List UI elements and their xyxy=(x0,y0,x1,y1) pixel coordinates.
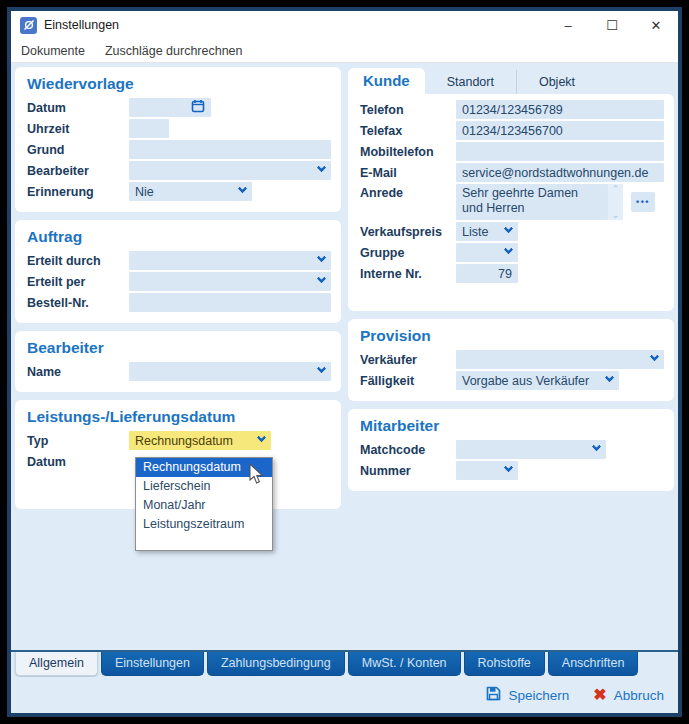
telefax-input[interactable]: 01234/123456700 xyxy=(456,121,664,140)
cancel-button[interactable]: ✖ Abbruch xyxy=(593,687,664,703)
grund-input[interactable] xyxy=(129,140,331,159)
section-leistungsdatum: Leistungs-/Lieferungsdatum Typ Rechnungs… xyxy=(15,400,341,509)
chevron-down-icon[interactable] xyxy=(504,224,514,234)
verkaeufer-label: Verkäufer xyxy=(360,353,456,367)
dropdown-option-monat-jahr[interactable]: Monat/Jahr xyxy=(136,496,272,515)
section-title: Leistungs-/Lieferungsdatum xyxy=(27,408,331,426)
section-provision: Provision Verkäufer Fälligkeit Vorgabe a… xyxy=(348,319,674,401)
chevron-down-icon[interactable] xyxy=(317,274,327,284)
left-column: Wiedervorlage Datum xyxy=(15,67,341,509)
interne-nr-label: Interne Nr. xyxy=(360,267,456,281)
cancel-x-icon: ✖ xyxy=(593,687,606,703)
app-logo-icon xyxy=(20,17,37,34)
bottom-tab-bar: Allgemein Einstellungen Zahlungsbedingun… xyxy=(11,650,678,677)
telefon-label: Telefon xyxy=(360,103,456,117)
save-icon xyxy=(485,685,502,705)
typ-dropdown-list: Rechnungsdatum Lieferschein Monat/Jahr L… xyxy=(135,457,273,551)
anrede-more-button[interactable]: ••• xyxy=(631,192,655,212)
chevron-down-icon[interactable] xyxy=(317,163,327,173)
section-kunde: Kunde Standort Objekt Telefon 01234/1234… xyxy=(348,67,674,311)
tab-einstellungen[interactable]: Einstellungen xyxy=(101,652,204,676)
maximize-button[interactable]: ☐ xyxy=(590,11,634,39)
name-label: Name xyxy=(27,365,129,379)
telefon-input[interactable]: 01234/123456789 xyxy=(456,100,664,119)
erinnerung-label: Erinnerung xyxy=(27,185,129,199)
minimize-button[interactable]: – xyxy=(546,11,590,39)
settings-dialog: Einstellungen – ☐ ✕ Dokumente Zuschläge … xyxy=(7,7,682,717)
section-title: Auftrag xyxy=(27,228,331,246)
section-title: Wiedervorlage xyxy=(27,75,331,93)
email-label: E-Mail xyxy=(360,166,456,180)
typ-label: Typ xyxy=(27,434,129,448)
verkaufspreis-dropdown[interactable]: Liste xyxy=(456,222,518,241)
tab-allgemein[interactable]: Allgemein xyxy=(15,652,98,676)
gruppe-label: Gruppe xyxy=(360,246,456,260)
verkaeufer-dropdown[interactable] xyxy=(456,350,664,369)
right-column: Kunde Standort Objekt Telefon 01234/1234… xyxy=(348,67,674,491)
mobiltelefon-label: Mobiltelefon xyxy=(360,145,456,159)
section-title: Provision xyxy=(360,327,664,345)
bearbeiter-dropdown[interactable] xyxy=(129,161,331,180)
dialog-content: Wiedervorlage Datum xyxy=(11,63,678,650)
chevron-down-icon[interactable] xyxy=(317,364,327,374)
window-controls: – ☐ ✕ xyxy=(546,11,678,39)
mouse-cursor xyxy=(248,463,264,485)
menu-item-zuschlaege[interactable]: Zuschläge durchrechnen xyxy=(105,44,243,58)
close-button[interactable]: ✕ xyxy=(634,11,678,39)
nummer-dropdown[interactable] xyxy=(456,461,518,480)
scroll-down-icon[interactable]: ⌄ xyxy=(612,211,620,219)
menu-bar: Dokumente Zuschläge durchrechnen xyxy=(11,39,678,63)
calendar-icon[interactable] xyxy=(191,99,205,116)
grund-label: Grund xyxy=(27,143,129,157)
telefax-label: Telefax xyxy=(360,124,456,138)
erteilt-per-dropdown[interactable] xyxy=(129,272,331,291)
chevron-down-icon[interactable] xyxy=(650,352,660,362)
typ-dropdown[interactable]: Rechnungsdatum xyxy=(129,431,271,450)
section-title: Bearbeiter xyxy=(27,339,331,357)
email-input[interactable]: service@nordstadtwohnungen.de xyxy=(456,163,664,182)
gruppe-dropdown[interactable] xyxy=(456,243,518,262)
erteilt-durch-dropdown[interactable] xyxy=(129,251,331,270)
bestell-nr-input[interactable] xyxy=(129,293,331,312)
kunde-tab-strip: Kunde Standort Objekt xyxy=(348,67,674,94)
section-bearbeiter: Bearbeiter Name xyxy=(15,331,341,392)
chevron-down-icon[interactable] xyxy=(317,253,327,263)
section-auftrag: Auftrag Erteilt durch Erteilt per xyxy=(15,220,341,323)
faelligkeit-label: Fälligkeit xyxy=(360,374,456,388)
anrede-textarea[interactable]: Sehr geehrte Damen und Herren xyxy=(456,184,608,220)
verkaufspreis-label: Verkaufspreis xyxy=(360,225,456,239)
datum-label: Datum xyxy=(27,455,129,469)
save-button[interactable]: Speichern xyxy=(485,685,570,705)
chevron-down-icon[interactable] xyxy=(605,373,615,383)
chevron-down-icon[interactable] xyxy=(504,245,514,255)
tab-standort[interactable]: Standort xyxy=(425,70,516,94)
matchcode-label: Matchcode xyxy=(360,443,456,457)
dropdown-option-leistungszeitraum[interactable]: Leistungszeitraum xyxy=(136,515,272,534)
name-dropdown[interactable] xyxy=(129,362,331,381)
chevron-down-icon[interactable] xyxy=(257,433,267,443)
scroll-up-icon[interactable]: ⌃ xyxy=(612,185,620,193)
chevron-down-icon[interactable] xyxy=(504,463,514,473)
uhrzeit-input[interactable] xyxy=(129,119,169,138)
kunde-tab-panel: Telefon 01234/123456789 Telefax 01234/12… xyxy=(348,94,674,311)
erteilt-per-label: Erteilt per xyxy=(27,275,129,289)
menu-item-dokumente[interactable]: Dokumente xyxy=(21,44,85,58)
faelligkeit-dropdown[interactable]: Vorgabe aus Verkäufer xyxy=(456,371,619,390)
tab-mwst-konten[interactable]: MwSt. / Konten xyxy=(348,652,461,676)
chevron-down-icon[interactable] xyxy=(238,184,248,194)
tab-zahlungsbedingung[interactable]: Zahlungsbedingung xyxy=(207,652,345,676)
section-mitarbeiter: Mitarbeiter Matchcode Nummer xyxy=(348,409,674,491)
erteilt-durch-label: Erteilt durch xyxy=(27,254,129,268)
datum-input[interactable] xyxy=(129,98,211,117)
bestell-nr-label: Bestell-Nr. xyxy=(27,296,129,310)
erinnerung-dropdown[interactable]: Nie xyxy=(129,182,252,201)
interne-nr-input[interactable]: 79 xyxy=(456,264,518,283)
matchcode-dropdown[interactable] xyxy=(456,440,606,459)
tab-rohstoffe[interactable]: Rohstoffe xyxy=(464,652,545,676)
tab-kunde[interactable]: Kunde xyxy=(348,68,425,94)
tab-objekt[interactable]: Objekt xyxy=(516,70,597,94)
tab-anschriften[interactable]: Anschriften xyxy=(548,652,639,676)
title-bar: Einstellungen – ☐ ✕ xyxy=(11,11,678,39)
mobiltelefon-input[interactable] xyxy=(456,142,664,161)
chevron-down-icon[interactable] xyxy=(592,442,602,452)
